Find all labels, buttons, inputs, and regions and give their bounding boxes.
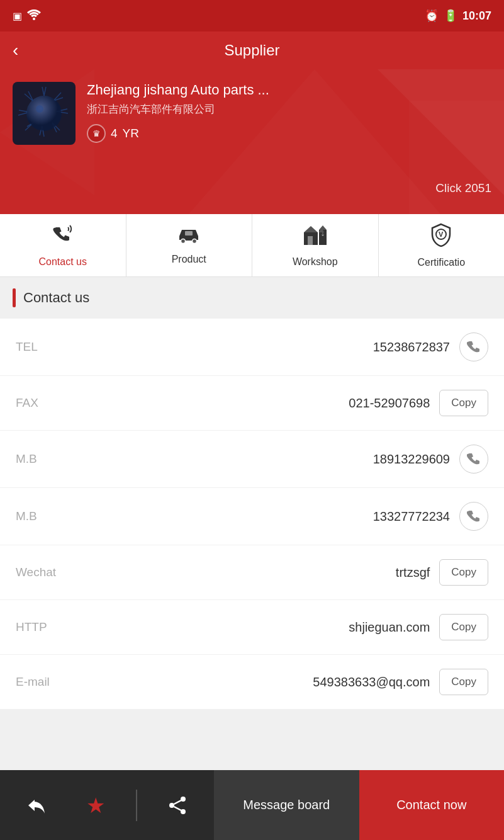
supplier-avatar <box>13 82 76 145</box>
wechat-value: trtzsgf <box>91 565 439 580</box>
svg-rect-27 <box>185 231 193 236</box>
tel-value: 15238672837 <box>91 340 459 355</box>
svg-rect-35 <box>322 232 323 235</box>
svg-line-42 <box>174 807 181 810</box>
contact-now-label: Contact now <box>396 798 466 812</box>
http-label: HTTP <box>16 620 91 634</box>
alarm-icon: ⏰ <box>425 9 439 23</box>
contact-row-mb2: M.B 13327772234 <box>0 488 504 545</box>
svg-marker-29 <box>304 226 318 232</box>
svg-line-6 <box>42 87 44 96</box>
contact-list: TEL 15238672837 FAX 021-52907698 Copy M.… <box>0 319 504 710</box>
phone-icon <box>52 224 74 251</box>
yr-label: YR <box>123 127 139 140</box>
supplier-banner: Zhejiang jishang Auto parts ... 浙江吉尚汽车部件… <box>0 69 504 214</box>
email-label: E-mail <box>16 675 91 689</box>
email-copy-button[interactable]: Copy <box>439 669 488 695</box>
shield-icon: V <box>430 223 452 252</box>
star-icon: ★ <box>86 793 105 818</box>
tab-certification[interactable]: V Certificatio <box>379 214 505 276</box>
share-button[interactable] <box>159 786 197 824</box>
tab-product[interactable]: Product <box>126 214 253 276</box>
svg-point-25 <box>181 239 186 244</box>
tab-contact-us[interactable]: Contact us <box>0 214 126 276</box>
supplier-info: Zhejiang jishang Auto parts ... 浙江吉尚汽车部件… <box>13 82 491 145</box>
message-board-label: Message board <box>243 798 330 812</box>
tab-certification-label: Certificatio <box>417 257 465 268</box>
contact-row-mb1: M.B 18913229609 <box>0 431 504 488</box>
tab-workshop[interactable]: Workshop <box>252 214 379 276</box>
wechat-label: Wechat <box>16 565 91 579</box>
svg-point-26 <box>193 239 197 244</box>
workshop-icon <box>303 224 328 251</box>
bottom-bar: ★ Message board Contact now <box>0 770 504 840</box>
contact-row-email: E-mail 549383633@qq.com Copy <box>0 655 504 710</box>
car-icon <box>176 225 201 249</box>
supplier-name-en: Zhejiang jishang Auto parts ... <box>87 82 491 98</box>
bottom-divider <box>136 790 137 821</box>
svg-line-21 <box>28 91 33 101</box>
section-title-bar: Contact us <box>0 277 504 319</box>
nav-tabs: Contact us Product <box>0 214 504 277</box>
svg-point-0 <box>33 18 35 20</box>
message-board-button[interactable]: Message board <box>214 770 359 840</box>
svg-marker-31 <box>319 225 327 230</box>
crown-icon: ♛ <box>87 124 106 143</box>
red-accent-bar <box>13 288 16 307</box>
back-button[interactable]: ‹ <box>13 40 18 60</box>
section-title: Contact us <box>23 290 89 306</box>
contact-row-wechat: Wechat trtzsgf Copy <box>0 545 504 600</box>
mb2-label: M.B <box>16 509 91 523</box>
svg-rect-32 <box>308 236 313 245</box>
back-icon-button[interactable] <box>17 786 55 824</box>
bottom-actions: ★ <box>0 770 214 840</box>
svg-point-23 <box>36 105 43 113</box>
tab-contact-us-label: Contact us <box>39 256 87 268</box>
click-count: Click 2051 <box>435 181 491 195</box>
mb1-value: 18913229609 <box>91 452 459 467</box>
contact-row-fax: FAX 021-52907698 Copy <box>0 376 504 431</box>
tab-product-label: Product <box>172 254 206 265</box>
svg-line-7 <box>44 87 46 96</box>
mb1-label: M.B <box>16 452 91 466</box>
http-value: shjieguan.com <box>91 620 439 635</box>
year-count: 4 <box>111 127 118 140</box>
wechat-copy-button[interactable]: Copy <box>439 559 488 586</box>
status-bar: ▣ ⏰ 🔋 10:07 <box>0 0 504 31</box>
svg-point-22 <box>27 96 61 130</box>
time-display: 10:07 <box>462 9 491 23</box>
supplier-details: Zhejiang jishang Auto parts ... 浙江吉尚汽车部件… <box>87 82 491 143</box>
tab-workshop-label: Workshop <box>293 256 338 268</box>
svg-line-41 <box>174 800 181 804</box>
wifi-icon <box>27 9 41 23</box>
mb2-value: 13327772234 <box>91 509 459 524</box>
contact-now-button[interactable]: Contact now <box>359 770 505 840</box>
page-header: ‹ Supplier <box>0 31 504 69</box>
favorite-button[interactable]: ★ <box>77 786 115 824</box>
mb2-call-button[interactable] <box>459 502 488 531</box>
status-right-icons: ⏰ 🔋 10:07 <box>425 9 491 23</box>
tel-label: TEL <box>16 340 91 354</box>
supplier-name-cn: 浙江吉尚汽车部件有限公司 <box>87 102 491 116</box>
contact-row-tel: TEL 15238672837 <box>0 319 504 376</box>
status-left-icons: ▣ <box>13 9 41 23</box>
fax-value: 021-52907698 <box>91 396 439 411</box>
battery-icon: 🔋 <box>444 9 457 23</box>
sim-icon: ▣ <box>13 10 22 22</box>
http-copy-button[interactable]: Copy <box>439 614 488 640</box>
tel-call-button[interactable] <box>459 332 488 361</box>
svg-text:V: V <box>439 230 444 238</box>
page-title: Supplier <box>224 42 279 59</box>
email-value: 549383633@qq.com <box>91 675 439 690</box>
fax-label: FAX <box>16 396 91 410</box>
fax-copy-button[interactable]: Copy <box>439 390 488 416</box>
supplier-badge: ♛ 4 YR <box>87 124 491 143</box>
svg-line-20 <box>25 94 33 101</box>
svg-point-39 <box>169 803 174 808</box>
contact-row-http: HTTP shjieguan.com Copy <box>0 600 504 655</box>
mb1-call-button[interactable] <box>459 445 488 474</box>
